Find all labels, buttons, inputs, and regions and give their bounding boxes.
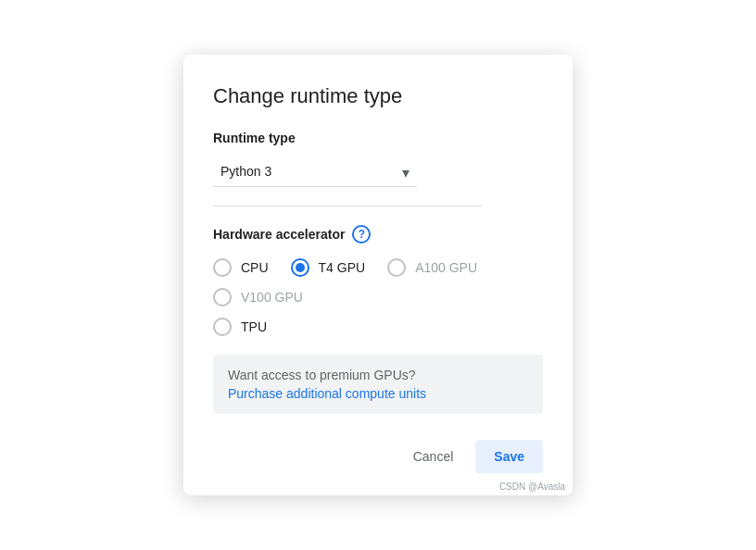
runtime-type-select[interactable]: Python 3 Python 2 bbox=[213, 156, 417, 187]
hardware-options-row1: CPU T4 GPU A100 GPU V100 GPU bbox=[213, 258, 543, 318]
premium-banner-text: Want access to premium GPUs? bbox=[228, 368, 416, 382]
radio-circle-a100gpu bbox=[387, 258, 406, 277]
runtime-type-label: Runtime type bbox=[213, 131, 543, 145]
premium-banner: Want access to premium GPUs? Purchase ad… bbox=[213, 355, 543, 414]
radio-label-cpu: CPU bbox=[241, 260, 269, 275]
hardware-accelerator-label: Hardware accelerator bbox=[213, 227, 345, 242]
radio-item-t4gpu[interactable]: T4 GPU bbox=[291, 258, 366, 277]
section-divider bbox=[213, 206, 482, 206]
radio-label-v100gpu: V100 GPU bbox=[241, 290, 303, 305]
help-icon[interactable]: ? bbox=[352, 225, 371, 244]
radio-label-t4gpu: T4 GPU bbox=[319, 260, 366, 275]
radio-label-tpu: TPU bbox=[241, 319, 267, 334]
cancel-button[interactable]: Cancel bbox=[398, 440, 469, 473]
watermark: CSDN @Avasla bbox=[499, 481, 565, 492]
radio-circle-v100gpu bbox=[213, 288, 232, 306]
radio-circle-cpu bbox=[213, 258, 232, 277]
radio-label-a100gpu: A100 GPU bbox=[415, 260, 477, 275]
dialog-title: Change runtime type bbox=[213, 84, 543, 108]
radio-item-v100gpu[interactable]: V100 GPU bbox=[213, 288, 303, 306]
runtime-select-wrapper: Python 3 Python 2 ▾ bbox=[213, 156, 417, 187]
hardware-options-row2: TPU bbox=[213, 318, 543, 347]
radio-item-tpu[interactable]: TPU bbox=[213, 318, 267, 336]
radio-circle-t4gpu bbox=[291, 258, 309, 277]
change-runtime-dialog: Change runtime type Runtime type Python … bbox=[183, 55, 573, 495]
radio-circle-tpu bbox=[213, 318, 232, 336]
hardware-options-group: CPU T4 GPU A100 GPU V100 GPU bbox=[213, 258, 543, 347]
dialog-actions: Cancel Save bbox=[213, 440, 543, 473]
radio-item-a100gpu[interactable]: A100 GPU bbox=[387, 258, 477, 277]
radio-inner-t4gpu bbox=[296, 263, 305, 272]
save-button[interactable]: Save bbox=[475, 440, 543, 473]
radio-item-cpu[interactable]: CPU bbox=[213, 258, 269, 277]
hardware-accelerator-header: Hardware accelerator ? bbox=[213, 225, 543, 244]
purchase-link[interactable]: Purchase additional compute units bbox=[228, 386, 426, 401]
